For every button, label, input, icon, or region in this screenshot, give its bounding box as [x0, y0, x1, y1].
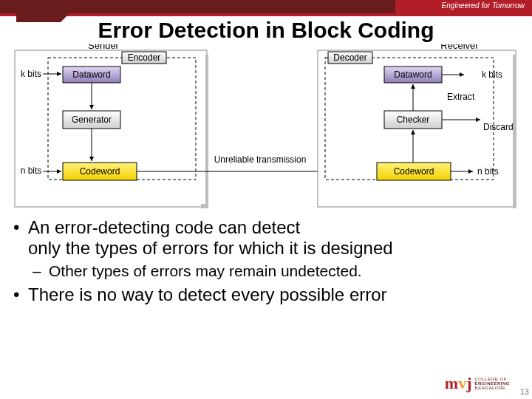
mvj-logo: mvj COLLEGE OF ENGINEERING BANGALORE — [445, 374, 510, 393]
header-tagline: Engineered for Tomorrow — [442, 1, 525, 10]
checker-label: Checker — [397, 115, 430, 125]
svg-rect-2 — [205, 55, 208, 208]
extract-label: Extract — [447, 92, 475, 102]
block-coding-diagram: Sender Encoder k bits Dataword Generator… — [7, 44, 525, 213]
sender-title: Sender — [88, 44, 120, 51]
receiver-nbits: n bits — [477, 166, 499, 177]
header-bar-dark — [0, 0, 395, 13]
receiver-kbits: k bits — [482, 69, 502, 80]
discard-label: Discard — [483, 122, 514, 132]
logo-line3: BANGALORE — [474, 386, 510, 390]
sender-nbits: n bits — [21, 166, 42, 176]
page-number: 13 — [520, 387, 529, 396]
receiver-codeword: Codeword — [394, 166, 434, 177]
channel-label: Unreliable transmission — [214, 154, 307, 165]
bullet-2: There is no way to detect every possible… — [13, 284, 519, 305]
bullet-content: An error-detecting code can detect only … — [13, 217, 519, 310]
encoder-label: Encoder — [128, 52, 161, 63]
sender-kbits: k bits — [21, 69, 41, 79]
sub-bullet-1: Other types of errors may remain undetec… — [33, 262, 519, 281]
decoder-label: Decoder — [333, 52, 366, 63]
sender-codeword: Codeword — [80, 166, 120, 177]
slide-title: Error Detection in Block Coding — [0, 18, 532, 43]
bullet-1: An error-detecting code can detect only … — [13, 217, 519, 280]
bullet-1-line2: only the types of errors for which it is… — [28, 238, 393, 258]
bullet-1-line1: An error-detecting code can detect — [28, 217, 300, 237]
receiver-title: Receiver — [440, 44, 479, 51]
generator-label: Generator — [72, 115, 112, 125]
receiver-dataword: Dataword — [394, 69, 432, 80]
sender-dataword: Dataword — [72, 69, 110, 80]
